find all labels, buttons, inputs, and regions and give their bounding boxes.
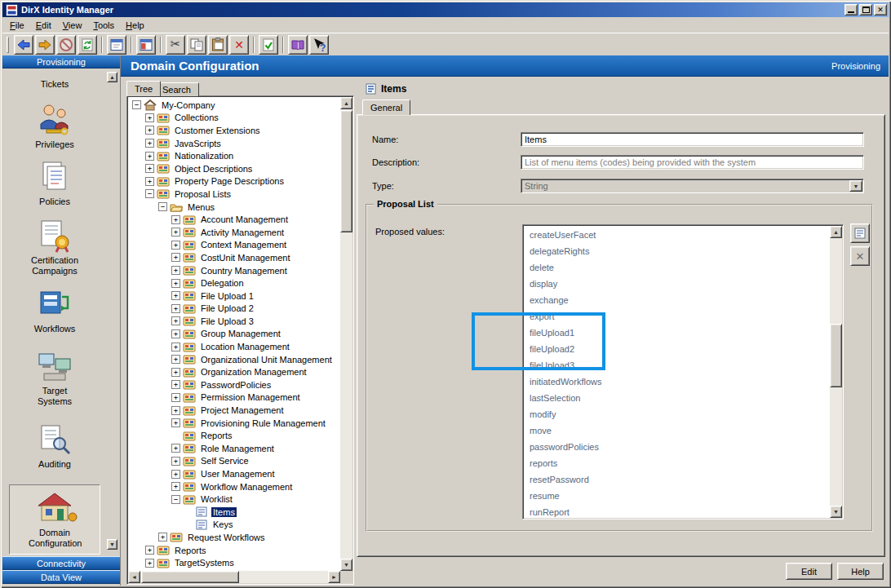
list-item-resume[interactable]: resume <box>524 488 829 504</box>
toolbar-copy-button[interactable] <box>187 35 206 55</box>
tree-item-worklist[interactable]: −Worklist <box>129 493 339 506</box>
list-item-fileupload1[interactable]: fileUpload1 <box>524 325 829 341</box>
proposed-values-listbox[interactable]: createUserFacetdelegateRightsdeletedispl… <box>522 224 844 519</box>
tree-item-file-upload-1[interactable]: +File Upload 1 <box>129 290 339 303</box>
tree-item-reports[interactable]: +Reports <box>129 544 339 557</box>
collapse-minus-icon[interactable]: − <box>145 189 154 198</box>
expand-plus-icon[interactable]: + <box>171 444 180 453</box>
sidebar-scroll-up-button[interactable]: ▲ <box>107 72 117 82</box>
sidebar-item-policies[interactable]: Policies <box>2 160 107 207</box>
expand-plus-icon[interactable]: + <box>145 546 154 555</box>
expand-plus-icon[interactable]: + <box>171 304 180 313</box>
menu-edit[interactable]: Edit <box>30 19 57 32</box>
expand-plus-icon[interactable]: + <box>145 177 154 186</box>
sidebar-item-workflows[interactable]: Workflows <box>2 287 107 334</box>
sidebar-item-target-systems[interactable]: Target Systems <box>2 349 107 407</box>
tree-item-passwordpolicies[interactable]: +PasswordPolicies <box>129 378 339 391</box>
menu-help[interactable]: Help <box>120 19 150 32</box>
tab-search[interactable]: Search <box>154 82 199 96</box>
collapse-minus-icon[interactable]: − <box>132 100 141 109</box>
sidebar-scroll-down-button[interactable]: ▼ <box>107 539 117 550</box>
minimize-button[interactable] <box>844 4 858 15</box>
edit-button[interactable]: Edit <box>786 563 832 580</box>
expand-plus-icon[interactable]: + <box>171 228 180 237</box>
description-input[interactable] <box>521 155 864 170</box>
expand-plus-icon[interactable]: + <box>171 266 180 275</box>
toolbar-properties-button[interactable] <box>107 35 126 55</box>
list-item-initiatedworkflows[interactable]: initiatedWorkflows <box>524 374 829 390</box>
tree-item-provisioning-rule-management[interactable]: +Provisioning Rule Management <box>129 417 339 430</box>
expand-plus-icon[interactable]: + <box>145 126 154 135</box>
scroll-up-button[interactable]: ▲ <box>340 97 352 109</box>
expand-plus-icon[interactable]: + <box>171 343 180 351</box>
list-item-fileupload3[interactable]: fileUpload3 <box>524 357 829 374</box>
toolbar-stop-button[interactable] <box>56 35 76 55</box>
expand-plus-icon[interactable]: + <box>171 253 180 262</box>
tree-item-costunit-management[interactable]: +CostUnit Management <box>129 251 339 264</box>
toolbar-cut-button[interactable]: ✂ <box>166 35 185 55</box>
expand-plus-icon[interactable]: + <box>171 406 180 415</box>
menu-file[interactable]: File <box>4 19 30 32</box>
tree-item-permission-management[interactable]: +Permission Management <box>129 391 339 405</box>
scrollbar-thumb[interactable] <box>340 110 352 232</box>
tree-item-country-management[interactable]: +Country Management <box>129 264 339 277</box>
tree-item-context-management[interactable]: +Context Management <box>129 239 339 252</box>
sidebar-item-certification-campaigns[interactable]: Certification Campaigns <box>2 219 107 276</box>
sidebar-band-connectivity[interactable]: Connectivity <box>2 556 120 570</box>
tree-item-proposal-lists[interactable]: −Proposal Lists <box>129 188 339 201</box>
toolbar-forward-button[interactable] <box>35 35 55 55</box>
scroll-down-button[interactable]: ▼ <box>340 559 352 571</box>
expand-plus-icon[interactable]: + <box>171 393 180 402</box>
tree-item-collections[interactable]: +Collections <box>129 112 339 125</box>
tree-item-my-company[interactable]: −My-Company <box>129 99 339 112</box>
expand-plus-icon[interactable]: + <box>171 291 180 300</box>
tree-item-location-management[interactable]: +Location Management <box>129 340 339 353</box>
expand-plus-icon[interactable]: + <box>171 279 180 288</box>
tree-item-menus[interactable]: −Menus <box>129 201 339 214</box>
toolbar-help-pointer-button[interactable]: ? <box>309 35 329 55</box>
tree-item-delegation[interactable]: +Delegation <box>129 276 339 290</box>
sidebar-item-privileges[interactable]: Privileges <box>2 103 107 150</box>
toolbar-delete-button[interactable]: ✕ <box>229 35 249 55</box>
list-item-export[interactable]: export <box>524 308 829 325</box>
expand-plus-icon[interactable]: + <box>145 164 154 173</box>
scroll-up-button[interactable]: ▲ <box>830 226 842 238</box>
sidebar-band-data-view[interactable]: Data View <box>2 570 120 584</box>
tree-item-organization-management[interactable]: +Organization Management <box>129 365 339 378</box>
expand-plus-icon[interactable]: + <box>171 316 180 325</box>
sidebar-item-domain-configuration[interactable]: Domain Configuration <box>9 484 100 555</box>
scroll-right-button[interactable]: ► <box>328 571 340 583</box>
tree-item-customer-extensions[interactable]: +Customer Extensions <box>129 124 339 137</box>
tree-item-workflow-management[interactable]: +Workflow Management <box>129 480 339 493</box>
listbox-scrollbar[interactable]: ▲ ▼ <box>830 226 842 518</box>
tree-vertical-scrollbar[interactable]: ▲ ▼ <box>340 97 352 571</box>
expand-plus-icon[interactable]: + <box>171 418 180 427</box>
expand-plus-icon[interactable]: + <box>171 355 180 364</box>
expand-plus-icon[interactable]: + <box>158 533 167 542</box>
scrollbar-thumb[interactable] <box>141 571 239 583</box>
list-item-resetpassword[interactable]: resetPassword <box>524 471 829 488</box>
expand-plus-icon[interactable]: + <box>171 329 180 338</box>
tree-item-project-management[interactable]: +Project Management <box>129 404 339 417</box>
list-item-display[interactable]: display <box>524 276 829 292</box>
expand-plus-icon[interactable]: + <box>145 559 154 568</box>
tree-item-account-management[interactable]: +Account Management <box>129 213 339 226</box>
list-item-delegaterights[interactable]: delegateRights <box>524 243 829 259</box>
toolbar-book-button[interactable] <box>288 35 308 55</box>
edit-values-button[interactable] <box>850 223 870 243</box>
toolbar-panel-button[interactable] <box>136 35 156 55</box>
tree-item-javascripts[interactable]: +JavaScripts <box>129 137 339 150</box>
tab-general[interactable]: General <box>362 99 410 115</box>
sidebar-item-tickets[interactable]: Tickets <box>2 79 107 90</box>
delete-value-button[interactable]: ✕ <box>850 246 870 266</box>
help-button[interactable]: Help <box>837 563 884 580</box>
list-item-delete[interactable]: delete <box>524 259 829 276</box>
tree-item-file-upload-3[interactable]: +File Upload 3 <box>129 315 339 328</box>
tree-item-self-service[interactable]: +Self Service <box>129 455 339 468</box>
list-item-reports[interactable]: reports <box>524 455 829 471</box>
expand-plus-icon[interactable]: + <box>171 470 180 479</box>
expand-plus-icon[interactable]: + <box>145 152 154 161</box>
menu-view[interactable]: View <box>57 19 88 32</box>
tree-horizontal-scrollbar[interactable]: ◄ ► <box>128 571 340 583</box>
list-item-runreport[interactable]: runReport <box>524 504 829 518</box>
